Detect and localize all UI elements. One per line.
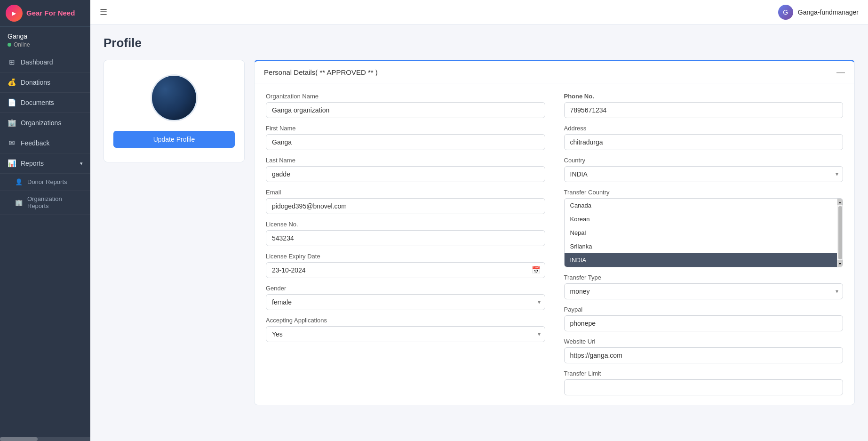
license-no-input[interactable] xyxy=(266,230,545,246)
sidebar-item-dashboard[interactable]: ⊞ Dashboard xyxy=(0,52,90,72)
update-profile-button[interactable]: Update Profile xyxy=(113,131,235,148)
scroll-thumb xyxy=(838,206,842,259)
org-reports-icon: 🏢 xyxy=(15,199,23,206)
license-no-group: License No. xyxy=(266,221,545,246)
donor-reports-icon: 👤 xyxy=(15,178,23,185)
sidebar-item-donor-reports[interactable]: 👤 Donor Reports xyxy=(0,174,90,191)
gender-select-wrapper: female male other ▾ xyxy=(266,294,545,310)
sidebar-user: Ganga Online xyxy=(0,27,90,52)
transfer-type-select[interactable]: money goods xyxy=(564,283,844,299)
left-column: Organization Name First Name Last Name xyxy=(266,93,545,395)
topbar: ☰ G Ganga-fundmanager xyxy=(90,0,868,24)
sidebar-item-documents[interactable]: 📄 Documents xyxy=(0,93,90,113)
gender-select[interactable]: female male other xyxy=(266,294,545,310)
transfer-limit-label: Transfer Limit xyxy=(564,370,844,377)
country-select[interactable]: INDIA USA UK xyxy=(564,166,844,182)
sidebar-reports-toggle[interactable]: 📊 Reports ▾ xyxy=(0,153,90,174)
donations-icon: 💰 xyxy=(8,78,16,87)
sidebar-scrollbar-area xyxy=(0,433,90,441)
accepting-apps-select-wrapper: Yes No ▾ xyxy=(266,326,545,342)
paypal-input[interactable] xyxy=(564,315,844,331)
form-main-grid: Organization Name First Name Last Name xyxy=(266,93,843,395)
chevron-down-icon: ▾ xyxy=(80,160,83,167)
paypal-label: Paypal xyxy=(564,306,844,313)
reports-icon: 📊 xyxy=(8,159,16,168)
address-group: Address xyxy=(564,125,844,150)
country-select-wrapper: INDIA USA UK ▾ xyxy=(564,166,844,182)
date-input-wrapper: 📅 xyxy=(266,262,545,278)
email-label: Email xyxy=(266,189,545,196)
profile-avatar-card: Update Profile xyxy=(104,60,245,162)
sidebar-item-feedback[interactable]: ✉ Feedback xyxy=(0,133,90,153)
sidebar-item-label: Organizations xyxy=(21,119,61,127)
scroll-down-button[interactable]: ▼ xyxy=(837,260,843,267)
last-name-input[interactable] xyxy=(266,166,545,182)
documents-icon: 📄 xyxy=(8,98,16,107)
card-header: Personal Details( ** APPROVED ** ) — xyxy=(255,61,854,83)
dropdown-inner: Canada Korean Nepal Srilanka INDIA ▲ xyxy=(565,199,843,267)
transfer-country-label: Transfer Country xyxy=(564,189,844,196)
organizations-icon: 🏢 xyxy=(8,119,16,127)
org-name-group: Organization Name xyxy=(266,93,545,118)
first-name-input[interactable] xyxy=(266,134,545,150)
page-title: Profile xyxy=(104,36,855,50)
gender-label: Gender xyxy=(266,285,545,292)
calendar-icon[interactable]: 📅 xyxy=(532,266,541,274)
last-name-group: Last Name xyxy=(266,157,545,182)
gender-group: Gender female male other ▾ xyxy=(266,285,545,310)
country-label: Country xyxy=(564,157,844,164)
website-url-input[interactable] xyxy=(564,347,844,363)
sidebar-scrollbar-thumb xyxy=(0,437,38,441)
dropdown-option-india[interactable]: INDIA xyxy=(565,253,837,267)
transfer-country-dropdown[interactable]: Canada Korean Nepal Srilanka INDIA ▲ xyxy=(564,198,844,267)
website-url-group: Website Url xyxy=(564,338,844,363)
transfer-type-label: Transfer Type xyxy=(564,274,844,281)
paypal-group: Paypal xyxy=(564,306,844,331)
country-group: Country INDIA USA UK ▾ xyxy=(564,157,844,182)
dashboard-icon: ⊞ xyxy=(8,58,16,66)
accepting-apps-select[interactable]: Yes No xyxy=(266,326,545,342)
scroll-up-button[interactable]: ▲ xyxy=(837,199,843,205)
accepting-apps-group: Accepting Applications Yes No ▾ xyxy=(266,317,545,342)
topbar-username: Ganga-fundmanager xyxy=(798,8,859,16)
license-expiry-input[interactable] xyxy=(266,262,545,278)
address-input[interactable] xyxy=(564,134,844,150)
dropdown-option-nepal[interactable]: Nepal xyxy=(565,226,837,240)
sidebar-item-label: Donations xyxy=(21,79,50,86)
org-name-label: Organization Name xyxy=(266,93,545,100)
sidebar-logo: ▶ Gear For Need xyxy=(0,0,90,27)
dropdown-option-canada[interactable]: Canada xyxy=(565,199,837,212)
sidebar-item-label: Feedback xyxy=(21,139,49,147)
transfer-limit-group: Transfer Limit xyxy=(564,370,844,395)
status-text: Online xyxy=(14,41,30,48)
transfer-limit-input[interactable] xyxy=(564,379,844,395)
transfer-type-group: Transfer Type money goods ▾ xyxy=(564,274,844,299)
dropdown-scrollbar[interactable]: ▲ ▼ xyxy=(837,199,843,267)
phone-input[interactable] xyxy=(564,102,844,118)
avatar: G xyxy=(778,5,793,20)
topbar-left: ☰ xyxy=(100,7,107,17)
sidebar: ▶ Gear For Need Ganga Online ⊞ Dashboard… xyxy=(0,0,90,441)
sidebar-item-organizations[interactable]: 🏢 Organizations xyxy=(0,113,90,133)
first-name-label: First Name xyxy=(266,125,545,132)
first-name-group: First Name xyxy=(266,125,545,150)
sidebar-scrollbar[interactable] xyxy=(0,437,90,441)
sidebar-item-donations[interactable]: 💰 Donations xyxy=(0,72,90,93)
sidebar-item-label: Dashboard xyxy=(21,58,53,66)
dropdown-option-srilanka[interactable]: Srilanka xyxy=(565,240,837,253)
logo-text: Gear For Need xyxy=(26,9,75,17)
org-name-input[interactable] xyxy=(266,102,545,118)
email-input[interactable] xyxy=(266,198,545,214)
sidebar-item-org-reports[interactable]: 🏢 Organization Reports xyxy=(0,191,90,215)
dropdown-option-korean[interactable]: Korean xyxy=(565,212,837,226)
minimize-button[interactable]: — xyxy=(836,68,845,76)
address-label: Address xyxy=(564,125,844,132)
website-url-label: Website Url xyxy=(564,338,844,345)
transfer-type-select-wrapper: money goods ▾ xyxy=(564,283,844,299)
sidebar-sub-label: Donor Reports xyxy=(27,178,67,185)
dropdown-options: Canada Korean Nepal Srilanka INDIA xyxy=(565,199,837,267)
avatar-char: G xyxy=(783,8,788,16)
card-title: Personal Details( ** APPROVED ** ) xyxy=(264,68,378,76)
hamburger-icon[interactable]: ☰ xyxy=(100,7,107,17)
avatar-image xyxy=(152,76,196,120)
